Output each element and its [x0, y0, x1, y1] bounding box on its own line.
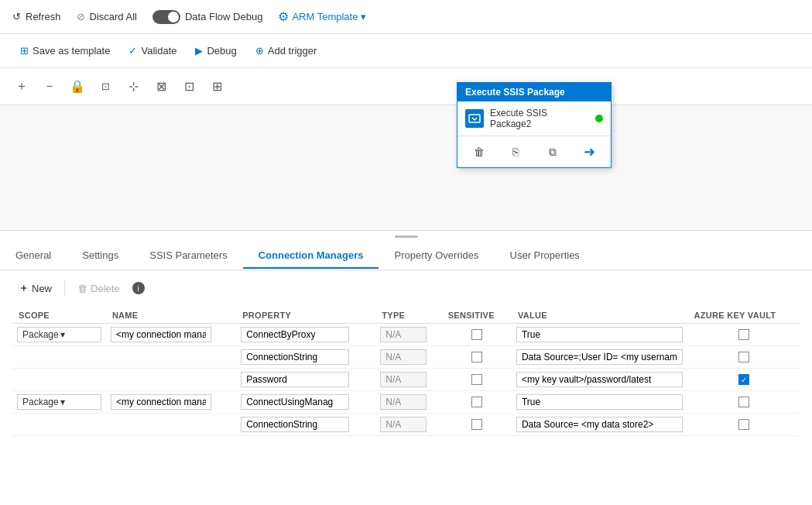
trash-icon: 🗑	[77, 283, 87, 294]
ssis-card-header: Execute SSIS Package	[457, 83, 611, 101]
property-input[interactable]	[241, 372, 349, 387]
property-input[interactable]	[241, 349, 349, 365]
tab-settings[interactable]: Settings	[67, 243, 134, 269]
panel-divider[interactable]	[0, 231, 812, 242]
azure-key-vault-checkbox[interactable]	[738, 329, 749, 340]
azure-key-vault-checkbox[interactable]	[738, 419, 749, 430]
property-input[interactable]	[241, 394, 349, 410]
sensitive-cell	[442, 391, 512, 414]
drag-icon[interactable]: ⊞	[207, 77, 226, 96]
azure-key-vault-checkbox[interactable]: ✓	[738, 374, 749, 385]
sensitive-checkbox[interactable]	[471, 374, 482, 385]
name-input[interactable]	[111, 394, 211, 410]
scope-cell	[12, 346, 106, 369]
data-flow-debug-toggle[interactable]: Data Flow Debug	[152, 10, 262, 24]
select-all-icon[interactable]: ⊠	[152, 77, 170, 96]
value-input[interactable]	[516, 349, 684, 365]
tab-property-overrides[interactable]: Property Overrides	[379, 243, 494, 269]
scope-chevron: ▾	[60, 397, 96, 407]
validate-button[interactable]: ✓ Validate	[121, 42, 184, 60]
tab-user-properties[interactable]: User Properties	[495, 243, 595, 269]
toggle-knob	[168, 12, 179, 22]
toggle-switch[interactable]	[152, 10, 180, 24]
lasso-select-icon[interactable]: ⊡	[180, 77, 198, 96]
type-input	[380, 327, 427, 342]
scope-value: Package	[22, 329, 59, 340]
azure-key-vault-cell	[687, 391, 800, 414]
sensitive-cell	[442, 414, 512, 436]
sensitive-checkbox[interactable]	[471, 329, 482, 340]
table-row: ✓	[12, 369, 800, 391]
value-input[interactable]	[516, 372, 684, 387]
tab-ssis-parameters[interactable]: SSIS Parameters	[134, 243, 242, 269]
scope-select[interactable]: Package▾	[17, 394, 101, 410]
new-button[interactable]: ＋ New	[12, 278, 58, 298]
value-input[interactable]	[516, 417, 684, 432]
property-cell	[236, 346, 375, 369]
type-input	[380, 417, 427, 432]
scope-select[interactable]: Package▾	[17, 327, 101, 342]
refresh-icon: ↺	[12, 11, 21, 22]
lock-icon[interactable]: 🔒	[68, 77, 87, 96]
table-row	[12, 414, 800, 436]
add-trigger-button[interactable]: ⊕ Add trigger	[248, 42, 325, 60]
value-input[interactable]	[516, 394, 684, 410]
value-cell	[512, 414, 688, 436]
discard-all-button[interactable]: ⊘ Discard All	[77, 11, 137, 22]
ssis-package-icon	[465, 109, 484, 128]
fit-view-icon[interactable]: ⊡	[96, 77, 115, 96]
sensitive-checkbox[interactable]	[471, 419, 482, 430]
ssis-package-card: Execute SSIS Package Execute SSIS Packag…	[457, 82, 612, 168]
type-input	[380, 394, 427, 410]
tab-connection-managers[interactable]: Connection Managers	[243, 243, 379, 269]
debug-button[interactable]: ▶ Debug	[187, 42, 244, 60]
table-header-row: SCOPENAMEPROPERTYTYPESENSITIVEVALUEAZURE…	[12, 307, 800, 324]
sensitive-cell	[442, 346, 512, 369]
clone-activity-icon[interactable]: ⧉	[542, 141, 564, 163]
value-input[interactable]	[516, 327, 684, 342]
azure-key-vault-checkbox[interactable]	[738, 352, 749, 362]
select-icon[interactable]: ⊹	[124, 77, 142, 96]
discard-icon: ⊘	[77, 11, 85, 22]
sensitive-cell	[442, 324, 512, 346]
status-dot	[595, 115, 603, 122]
arm-template-button[interactable]: ⚙ ARM Template ▾	[278, 9, 366, 24]
sensitive-checkbox[interactable]	[471, 352, 482, 362]
property-cell	[236, 369, 375, 391]
col-header-property: PROPERTY	[236, 307, 375, 324]
top-toolbar: ↺ Refresh ⊘ Discard All Data Flow Debug …	[0, 0, 812, 34]
azure-key-vault-checkbox[interactable]	[738, 397, 749, 407]
col-header-type: TYPE	[375, 307, 441, 324]
delete-button[interactable]: 🗑 Delete	[71, 280, 126, 297]
property-input[interactable]	[241, 327, 349, 342]
type-cell	[375, 324, 441, 346]
add-icon[interactable]: ＋	[12, 77, 31, 96]
type-input	[380, 349, 427, 365]
tab-general[interactable]: General	[0, 243, 67, 269]
ssis-card-actions: 🗑 ⎘ ⧉ ➜	[457, 136, 611, 167]
name-cell	[106, 414, 236, 436]
save-as-template-button[interactable]: ⊞ Save as template	[12, 42, 118, 60]
trigger-icon: ⊕	[255, 45, 264, 57]
info-icon[interactable]: i	[132, 282, 145, 294]
property-cell	[236, 324, 375, 346]
property-input[interactable]	[241, 417, 349, 432]
ssis-card-body[interactable]: Execute SSIS Package2	[457, 101, 611, 136]
divider-handle	[395, 235, 418, 238]
remove-icon[interactable]: －	[40, 77, 59, 96]
refresh-button[interactable]: ↺ Refresh	[12, 11, 61, 22]
table-row: Package▾	[12, 391, 800, 414]
sensitive-checkbox[interactable]	[471, 397, 482, 407]
delete-activity-icon[interactable]: 🗑	[468, 141, 490, 163]
azure-key-vault-cell	[687, 346, 800, 369]
table-row: Package▾	[12, 324, 800, 346]
col-header-sensitive: SENSITIVE	[442, 307, 512, 324]
col-header-name: NAME	[106, 307, 236, 324]
table-row	[12, 346, 800, 369]
tabs-bar: GeneralSettingsSSIS ParametersConnection…	[0, 242, 812, 270]
name-input[interactable]	[111, 327, 211, 342]
type-input	[380, 372, 427, 387]
arrow-right-icon[interactable]: ➜	[578, 141, 600, 163]
copy-activity-icon[interactable]: ⎘	[505, 141, 526, 163]
tabs-section: GeneralSettingsSSIS ParametersConnection…	[0, 242, 812, 270]
